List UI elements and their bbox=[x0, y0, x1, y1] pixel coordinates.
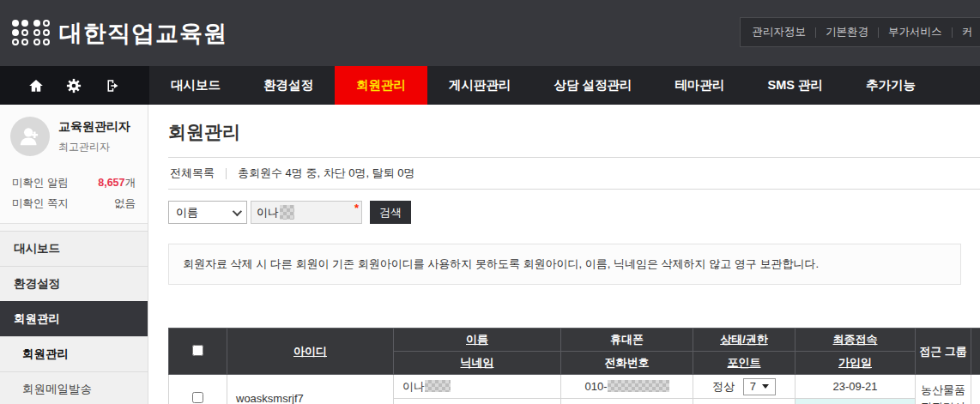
cell-clipped bbox=[971, 375, 980, 404]
required-asterisk: * bbox=[354, 202, 359, 214]
sidebar-item-settings[interactable]: 환경설정 bbox=[0, 266, 148, 301]
profile-role: 최고관리자 bbox=[58, 140, 130, 154]
divider bbox=[815, 27, 816, 38]
cell-status-permission: 정상 7 bbox=[693, 375, 795, 399]
table-row: woasksmsrjf7 이나 010- 정상 7 bbox=[169, 375, 980, 399]
header-phone: 전화번호 bbox=[561, 352, 693, 375]
link-truncated[interactable]: 커 bbox=[962, 25, 973, 39]
header-select-all-cell bbox=[169, 329, 227, 375]
nav-icon-group bbox=[0, 66, 149, 105]
cell-last-access: 23-09-21 bbox=[795, 375, 916, 399]
sidebar: 교육원관리자 최고관리자 미확인 알림 8,657개 미확인 쪽지 없음 대시보… bbox=[0, 105, 148, 404]
chevron-down-icon bbox=[233, 206, 242, 215]
search-category-select[interactable]: 이름 bbox=[168, 201, 247, 224]
divider bbox=[226, 168, 227, 179]
unread-alerts-count[interactable]: 8,657 bbox=[98, 177, 124, 189]
unread-messages-value: 없음 bbox=[114, 196, 136, 211]
header-join-date: 가입일 bbox=[795, 352, 916, 375]
unread-alerts-suffix: 개 bbox=[125, 177, 136, 189]
nav-item-theme[interactable]: 테마관리 bbox=[654, 66, 747, 105]
nav-item-extra[interactable]: 추가기능 bbox=[844, 66, 937, 105]
top-header: 대한직업교육원 관리자정보 기본환경 부가서비스 커 bbox=[0, 0, 980, 66]
home-icon[interactable] bbox=[28, 78, 44, 93]
select-all-checkbox[interactable] bbox=[192, 345, 203, 356]
unread-messages-label: 미확인 쪽지 bbox=[12, 196, 69, 211]
redacted-mobile bbox=[608, 380, 669, 392]
list-info-bar: 전체목록 총회원수 4명 중, 차단 0명, 탈퇴 0명 bbox=[168, 157, 980, 190]
cell-points: 9,266 bbox=[693, 399, 795, 404]
cell-mobile: 010- bbox=[561, 375, 693, 399]
nav-item-settings[interactable]: 환경설정 bbox=[242, 66, 335, 105]
header-points: 포인트 bbox=[693, 352, 795, 375]
redacted-name bbox=[425, 380, 451, 392]
nav-item-dashboard[interactable]: 대시보드 bbox=[149, 66, 242, 105]
sidebar-menu: 대시보드 환경설정 회원관리 회원관리 회원메일발송 접속자집계 접속자검색 bbox=[0, 231, 148, 404]
cell-phone: 0105 bbox=[561, 399, 693, 404]
header-mobile: 휴대폰 bbox=[561, 329, 693, 352]
page-title: 회원관리 bbox=[168, 120, 980, 144]
permission-select[interactable]: 7 bbox=[743, 378, 776, 395]
utility-links: 관리자정보 기본환경 부가서비스 커 bbox=[740, 17, 980, 47]
row-select-cell bbox=[169, 375, 227, 404]
header-access-group: 접근 그룹 bbox=[916, 329, 971, 375]
unread-alerts-label: 미확인 알림 bbox=[12, 176, 69, 190]
profile-name: 교육원관리자 bbox=[58, 119, 130, 135]
header-nickname: 닉네임 bbox=[394, 352, 561, 375]
nav-item-members[interactable]: 회원관리 bbox=[335, 66, 427, 105]
search-button[interactable]: 검색 bbox=[370, 201, 411, 224]
brand-icon bbox=[12, 20, 51, 46]
retention-notice: 회원자료 삭제 시 다른 회원이 기존 회원아이디를 사용하지 못하도록 회원아… bbox=[168, 244, 961, 285]
nav-item-boards[interactable]: 게시판관리 bbox=[427, 66, 533, 105]
nav-item-consult[interactable]: 상담 설정관리 bbox=[533, 66, 654, 105]
logout-icon[interactable] bbox=[105, 78, 121, 93]
chevron-down-icon bbox=[762, 384, 769, 389]
unread-alerts-row: 미확인 알림 8,657개 bbox=[12, 176, 136, 190]
link-admin-info[interactable]: 관리자정보 bbox=[753, 25, 807, 39]
cell-name: 이나 bbox=[394, 375, 561, 399]
link-basic-env[interactable]: 기본환경 bbox=[826, 25, 868, 39]
nav-menu: 대시보드 환경설정 회원관리 게시판관리 상담 설정관리 테마관리 SMS 관리… bbox=[149, 66, 937, 105]
admin-screen: 대한직업교육원 관리자정보 기본환경 부가서비스 커 bbox=[0, 0, 980, 404]
header-name: 이름 bbox=[394, 329, 561, 352]
main-content: 회원관리 전체목록 총회원수 4명 중, 차단 0명, 탈퇴 0명 이름 이나 … bbox=[148, 105, 980, 404]
search-query-text: 이나 bbox=[257, 205, 279, 220]
header-id: 아이디 bbox=[227, 329, 394, 375]
member-table: 아이디 이름 휴대폰 상태/권한 최종접속 접근 그룹 bbox=[168, 328, 980, 404]
header-last-access: 최종접속 bbox=[795, 329, 916, 352]
alert-summary: 미확인 알림 8,657개 미확인 쪽지 없음 bbox=[0, 165, 148, 224]
cell-access-group: 농산물품질관리사 bbox=[916, 375, 971, 404]
row-checkbox[interactable] bbox=[192, 392, 203, 403]
member-count-summary: 총회원수 4명 중, 차단 0명, 탈퇴 0명 bbox=[238, 166, 415, 181]
brand-title: 대한직업교육원 bbox=[59, 18, 227, 49]
search-input[interactable]: 이나 * bbox=[251, 201, 362, 224]
brand[interactable]: 대한직업교육원 bbox=[12, 18, 227, 49]
divider bbox=[952, 27, 953, 38]
sidebar-item-members[interactable]: 회원관리 bbox=[0, 301, 148, 336]
search-row: 이름 이나 * 검색 bbox=[168, 201, 980, 224]
divider bbox=[878, 27, 879, 38]
nav-item-sms[interactable]: SMS 관리 bbox=[747, 66, 844, 105]
sidebar-subitem-member-管-manage[interactable]: 회원관리 bbox=[0, 336, 148, 371]
main-nav: 대시보드 환경설정 회원관리 게시판관리 상담 설정관리 테마관리 SMS 관리… bbox=[0, 66, 980, 105]
profile-card: 교육원관리자 최고관리자 bbox=[0, 105, 148, 165]
cell-member-id: woasksmsrjf7 bbox=[227, 375, 394, 404]
sidebar-item-dashboard[interactable]: 대시보드 bbox=[0, 231, 148, 266]
sidebar-subitem-member-mail[interactable]: 회원메일발송 bbox=[0, 371, 148, 404]
avatar bbox=[10, 117, 50, 156]
header-clipped-column bbox=[971, 329, 980, 375]
search-category-value: 이름 bbox=[176, 205, 198, 220]
link-addon-service[interactable]: 부가서비스 bbox=[888, 25, 942, 39]
header-status: 상태/권한 bbox=[693, 329, 795, 352]
tab-full-list[interactable]: 전체목록 bbox=[170, 166, 215, 181]
gear-icon[interactable] bbox=[66, 78, 82, 93]
unread-messages-row: 미확인 쪽지 없음 bbox=[12, 196, 136, 211]
cell-join-date: 23-01-20가입 bbox=[795, 399, 916, 404]
cell-nickname: 행복만땅 bbox=[394, 399, 561, 404]
redacted-text bbox=[280, 205, 294, 220]
